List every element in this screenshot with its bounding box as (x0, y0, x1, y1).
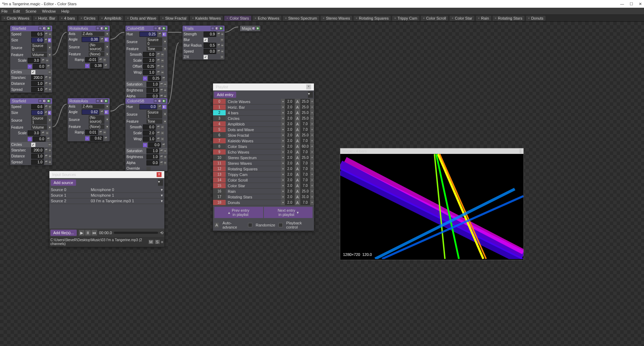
spinner-icon[interactable]: ▴▾ (157, 53, 160, 57)
link-icon[interactable]: ∞ (221, 49, 224, 54)
link-icon[interactable]: ∞ (48, 70, 51, 74)
node-ctrl-icon[interactable]: ▶ (47, 99, 50, 103)
node-header[interactable]: RotateAxis−◧▶ (68, 26, 110, 31)
solo-button[interactable]: S (155, 240, 160, 244)
node-starfield-2[interactable]: Starfield−◧▶ Speed0.6▴▾∞ Size0.0▴▾◧ Sour… (10, 98, 53, 165)
value-input[interactable]: 0.62 (90, 136, 103, 141)
saturation-input[interactable]: 1.0 (146, 148, 159, 154)
playlist-row[interactable]: 13Trippy Cam▾2.0A7.0≡ (213, 172, 314, 177)
feature-select[interactable]: (None) (89, 52, 104, 56)
spinner-icon[interactable]: ▴▾ (217, 32, 220, 36)
chevron-down-icon[interactable]: ▾ (161, 193, 163, 198)
spinner-icon[interactable]: ▴▾ (160, 88, 163, 93)
tab-color-stars[interactable]: ×Color Stars (224, 16, 251, 21)
playlist-row[interactable]: 17Rotating Stars▾2.0A31.0≡ (213, 194, 314, 200)
speed-input[interactable]: 0.0 (204, 49, 216, 54)
link-icon[interactable]: ∞ (161, 70, 164, 75)
tab-rotating-squares[interactable]: ×Rotating Squares (354, 16, 391, 21)
playlist-duration[interactable]: 31.0 (300, 194, 310, 199)
tab-rain[interactable]: ×Rain (476, 16, 491, 21)
tab-circles[interactable]: ×Circles (78, 16, 98, 21)
node-canvas[interactable]: Starfield−◧▶ Speed0.5▴▾∞ Size0.0▴▾◧ Sour… (0, 22, 644, 346)
menu-icon[interactable]: ≡ (310, 121, 314, 127)
link-icon[interactable]: ∞ (161, 131, 164, 135)
link-icon[interactable]: ∞ (220, 38, 224, 42)
chevron-down-icon[interactable]: ▾ (163, 120, 166, 124)
playlist-fade[interactable]: 2.0 (285, 194, 295, 199)
playlist-auto[interactable]: A (295, 194, 300, 199)
chevron-down-icon[interactable]: ▾ (48, 118, 51, 122)
spinner-icon[interactable]: ▴▾ (99, 58, 102, 62)
axis-select[interactable]: Z-Axis (82, 104, 104, 109)
feature-select[interactable]: Volume (31, 53, 47, 57)
menu-help[interactable]: Help (61, 9, 69, 13)
hue-input[interactable]: 0.0 (139, 104, 157, 109)
playlist-row[interactable]: 16Rain▾2.0A25.0≡ (213, 189, 314, 194)
menu-icon[interactable]: ≡ (310, 116, 314, 121)
node-colorhsb-2[interactable]: ColorHSB−◧▶ Hue0.0▴▾◧ SourceSource 1▾ Fe… (125, 98, 168, 171)
spinner-icon[interactable]: ▴▾ (217, 43, 220, 48)
speed-input[interactable]: 0.6 (31, 104, 44, 109)
chevron-down-icon[interactable]: ▾ (281, 116, 285, 121)
playlist-row[interactable]: 14Color Scroll▾2.0A7.0≡ (213, 177, 314, 183)
playlist-duration[interactable]: 25.0 (300, 155, 310, 160)
close-tab-icon[interactable]: × (61, 16, 63, 20)
spinner-icon[interactable]: ▴▾ (160, 155, 163, 159)
chevron-down-icon[interactable]: ▾ (163, 47, 166, 51)
menu-icon[interactable]: ≡ (310, 183, 314, 188)
prev-entry-button[interactable]: ▴Prev entry in playlist (214, 207, 263, 218)
seek-slider[interactable] (114, 232, 158, 234)
chevron-down-icon[interactable]: ▾ (281, 127, 285, 132)
playlist-auto[interactable]: A (295, 149, 300, 155)
randomize-checkbox[interactable] (248, 223, 252, 227)
minimize-icon[interactable]: — (620, 2, 624, 6)
tab-circle-waves[interactable]: ×Circle Waves (1, 16, 32, 21)
wrap-input[interactable]: 1.0 (143, 136, 156, 142)
spinner-icon[interactable]: ▴▾ (217, 49, 220, 54)
playlist-fade[interactable]: 2.0 (285, 99, 295, 104)
playlist-fade[interactable]: 2.0 (285, 144, 295, 149)
menu-icon[interactable]: ≡ (310, 155, 314, 160)
menu-file[interactable]: File (1, 9, 8, 13)
playlist-auto[interactable]: A (295, 166, 300, 171)
ramp-input[interactable]: -0.01 (85, 57, 98, 62)
playlist-fade[interactable]: 2.0 (285, 149, 295, 155)
blur-checkbox[interactable]: ✓ (204, 38, 208, 42)
playlist-row[interactable]: 3Circles▾2.0A25.0≡ (213, 116, 314, 121)
spinner-icon[interactable]: ▴▾ (45, 160, 48, 164)
spinner-icon[interactable]: ▴▾ (157, 65, 160, 69)
playlist-duration[interactable]: 25.0 (300, 133, 310, 138)
playlist-auto[interactable]: A (295, 121, 300, 127)
speed-input[interactable]: 0.5 (31, 32, 44, 37)
menu-icon[interactable]: ≡ (310, 189, 314, 194)
tab-color-star[interactable]: ×Color Star (450, 16, 474, 21)
tab-4-bars[interactable]: ×4 bars (59, 16, 77, 21)
chevron-down-icon[interactable]: ▾ (281, 99, 285, 104)
playlist-duration[interactable]: 7.0 (300, 127, 310, 132)
link-icon[interactable]: ∞ (221, 32, 224, 36)
close-tab-icon[interactable]: × (4, 16, 5, 20)
feature-select[interactable]: Volume (31, 125, 47, 130)
chevron-down-icon[interactable]: ▾ (281, 133, 285, 138)
tab-trippy-cam[interactable]: ×Trippy Cam (392, 16, 419, 21)
playlist-auto[interactable]: A (295, 144, 300, 149)
playlist-duration[interactable]: 7.0 (300, 166, 310, 171)
spinner-icon[interactable]: ▴▾ (99, 130, 102, 135)
scale-input[interactable]: 2.0 (143, 130, 156, 136)
playlist-auto[interactable]: A (295, 200, 300, 205)
playlist-duration[interactable]: 7.0 (300, 200, 310, 205)
circles-checkbox[interactable]: ✓ (31, 70, 35, 74)
close-icon[interactable]: × (519, 149, 521, 153)
preview-window[interactable]: Magic - 4 bars× 1280×720 120.0 (340, 148, 524, 260)
menu-icon[interactable]: ≡ (310, 149, 314, 155)
chevron-down-icon[interactable]: ▾ (161, 188, 163, 192)
spinner-icon[interactable]: ▴▾ (158, 105, 161, 109)
source-select[interactable]: Source 1 (31, 116, 47, 124)
menu-icon[interactable]: ≡ (310, 99, 314, 104)
node-ctrl-icon[interactable]: ▶ (162, 27, 166, 30)
close-tab-icon[interactable]: × (35, 16, 37, 20)
close-tab-icon[interactable]: × (192, 16, 194, 20)
link-icon[interactable]: ∞ (103, 58, 106, 62)
spinner-icon[interactable]: ▴▾ (41, 131, 44, 135)
spinner-icon[interactable]: ▴▾ (47, 65, 50, 69)
